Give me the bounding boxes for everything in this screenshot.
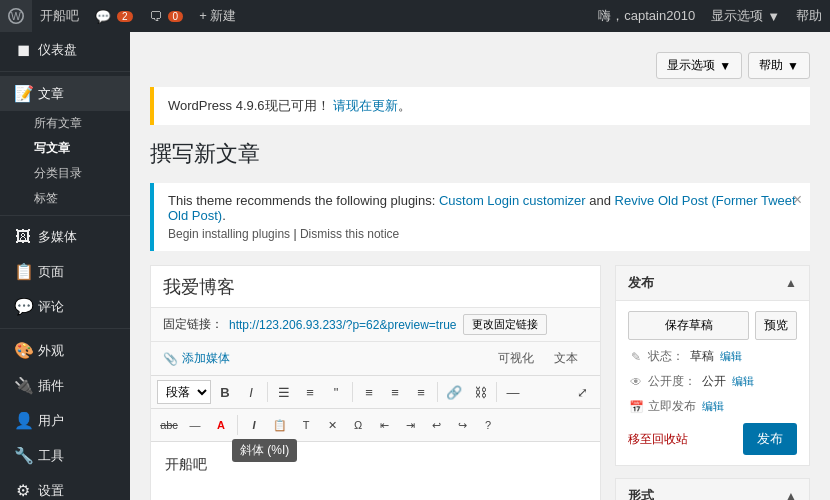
text-color-btn[interactable]: A [209,413,233,437]
save-draft-btn[interactable]: 保存草稿 [628,311,749,340]
change-permalink-btn[interactable]: 更改固定链接 [463,314,547,335]
posts-icon: 📝 [14,84,32,103]
italic-toolbar2-btn[interactable]: I [242,413,266,437]
post-title-bar [151,266,600,308]
add-media-btn[interactable]: 📎 添加媒体 [163,342,230,375]
help-btn[interactable]: 帮助 [788,0,830,32]
undo-btn[interactable]: ↩ [424,413,448,437]
paste-btn[interactable]: 📋 [268,413,292,437]
hr-btn[interactable]: — [183,413,207,437]
new-item-btn[interactable]: + 新建 [191,0,244,32]
unlink-btn[interactable]: ⛓ [468,380,492,404]
visibility-icon: 👁 [628,375,644,389]
format-panel: 形式 ▲ ✦ 标准 ☰ 日志 🖼 [615,478,810,500]
visibility-edit-link[interactable]: 编辑 [732,374,754,389]
editor-sidebar: 发布 ▲ 保存草稿 预览 ✎ 状态： 草稿 编辑 👁 [615,265,810,500]
outdent-btn[interactable]: ⇤ [372,413,396,437]
tab-text[interactable]: 文本 [544,344,588,373]
sidebar-item-settings[interactable]: ⚙ 设置 [0,473,130,500]
align-right-btn[interactable]: ≡ [409,380,433,404]
editor-toolbar-row2: abc — A I 斜体 (%I) 📋 T ✕ Ω ⇤ ⇥ ↩ ↪ ? [151,409,600,442]
editor-body[interactable]: 开船吧 [151,442,600,500]
tools-icon: 🔧 [14,446,32,465]
dashboard-icon: ◼ [14,40,32,59]
sidebar-sub-all-posts[interactable]: 所有文章 [0,111,130,136]
permalink-url-link[interactable]: http://123.206.93.233/?p=62&preview=true [229,318,457,332]
screen-options-btn[interactable]: 显示选项 ▼ [703,0,788,32]
sidebar-item-media[interactable]: 🖼 多媒体 [0,220,130,254]
editor-tabs-bar: 📎 添加媒体 可视化 文本 [151,342,600,376]
sidebar-item-comments[interactable]: 💬 评论 [0,289,130,324]
site-name[interactable]: 开船吧 [32,0,87,32]
screen-options-dropdown[interactable]: 显示选项 ▼ [656,52,742,79]
publish-panel-toggle[interactable]: ▲ [785,276,797,290]
fullscreen-btn[interactable]: ⤢ [570,380,594,404]
comment-icon[interactable]: 🗨 0 [141,0,192,32]
users-icon: 👤 [14,411,32,430]
screen-options-bar: 显示选项 ▼ 帮助 ▼ [150,52,810,79]
help-dropdown[interactable]: 帮助 ▼ [748,52,810,79]
tab-visual[interactable]: 可视化 [488,344,544,373]
paste-plain-btn[interactable]: T [294,413,318,437]
strikethrough-btn[interactable]: abc [157,413,181,437]
special-chars-btn[interactable]: Ω [346,413,370,437]
align-left-btn[interactable]: ≡ [357,380,381,404]
sidebar-item-plugins[interactable]: 🔌 插件 [0,368,130,403]
publish-btn[interactable]: 发布 [743,423,797,455]
sidebar-item-posts[interactable]: 📝 文章 [0,76,130,111]
more-btn[interactable]: — [501,380,525,404]
update-link[interactable]: 请现在更新 [333,98,398,113]
preview-btn[interactable]: 预览 [755,311,797,340]
format-select[interactable]: 段落 [157,380,211,404]
page-title: 撰写新文章 [150,139,810,169]
post-title-input[interactable] [163,276,588,297]
comments-icon: 💬 [14,297,32,316]
toolbar-sep-5 [237,415,238,435]
dismiss-notice-link[interactable]: Dismiss this notice [300,227,399,241]
ul-btn[interactable]: ☰ [272,380,296,404]
editor-toolbar-row1: 段落 B I ☰ ≡ " ≡ ≡ ≡ 🔗 ⛓ — ⤢ [151,376,600,409]
editor-wrap: 固定链接： http://123.206.93.233/?p=62&previe… [150,265,810,500]
pages-icon: 📋 [14,262,32,281]
ol-btn[interactable]: ≡ [298,380,322,404]
indent-btn[interactable]: ⇥ [398,413,422,437]
align-center-btn[interactable]: ≡ [383,380,407,404]
bold-btn[interactable]: B [213,380,237,404]
main-content: 显示选项 ▼ 帮助 ▼ WordPress 4.9.6现已可用！ 请现在更新。 … [130,32,830,500]
dismiss-notice-close-btn[interactable]: × [793,191,802,209]
howdy-text: 嗨，captain2010 [590,0,703,32]
italic-tooltip-container: I 斜体 (%I) [242,413,266,437]
add-media-icon: 📎 [163,352,178,366]
sidebar-item-tools[interactable]: 🔧 工具 [0,438,130,473]
trash-link[interactable]: 移至回收站 [628,431,688,448]
wp-logo[interactable]: W [0,0,32,32]
toolbar-sep-2 [352,382,353,402]
plugins-icon: 🔌 [14,376,32,395]
sidebar-sub-tags[interactable]: 标签 [0,186,130,211]
help-btn-editor[interactable]: ? [476,413,500,437]
plugin-notice: × This theme recommends the following pl… [150,183,810,251]
sidebar-item-appearance[interactable]: 🎨 外观 [0,333,130,368]
sidebar-sub-write-post[interactable]: 写文章 [0,136,130,161]
blockquote-btn[interactable]: " [324,380,348,404]
publish-date-edit-link[interactable]: 编辑 [702,399,724,414]
svg-text:W: W [11,11,21,22]
sidebar-sub-categories[interactable]: 分类目录 [0,161,130,186]
redo-btn[interactable]: ↪ [450,413,474,437]
status-edit-link[interactable]: 编辑 [720,349,742,364]
visibility-row: 👁 公开度： 公开 编辑 [628,373,797,390]
publish-action-row: 保存草稿 预览 [628,311,797,340]
sidebar-item-users[interactable]: 👤 用户 [0,403,130,438]
sidebar-item-dashboard[interactable]: ◼ 仪表盘 [0,32,130,67]
link-btn[interactable]: 🔗 [442,380,466,404]
post-editor: 固定链接： http://123.206.93.233/?p=62&previe… [150,265,601,500]
permalink-bar: 固定链接： http://123.206.93.233/?p=62&previe… [151,308,600,342]
format-panel-toggle[interactable]: ▲ [785,489,797,500]
install-plugins-link[interactable]: Begin installing plugins [168,227,290,241]
comments-count[interactable]: 💬 2 [87,0,141,32]
chevron-down-icon: ▼ [719,59,731,73]
sidebar-item-pages[interactable]: 📋 页面 [0,254,130,289]
italic-btn[interactable]: I [239,380,263,404]
clear-format-btn[interactable]: ✕ [320,413,344,437]
plugin1-link[interactable]: Custom Login customizer [439,193,586,208]
